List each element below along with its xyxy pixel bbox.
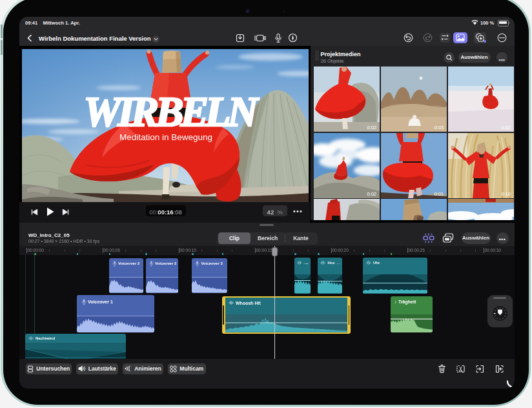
svg-text:0:02: 0:02	[367, 125, 376, 130]
svg-text:0:01: 0:01	[434, 191, 444, 197]
svg-text:0:02: 0:02	[501, 125, 511, 130]
svg-text:0:02: 0:02	[367, 191, 376, 197]
svg-text:0:10: 0:10	[501, 191, 511, 197]
svg-text:0:03: 0:03	[434, 125, 444, 130]
